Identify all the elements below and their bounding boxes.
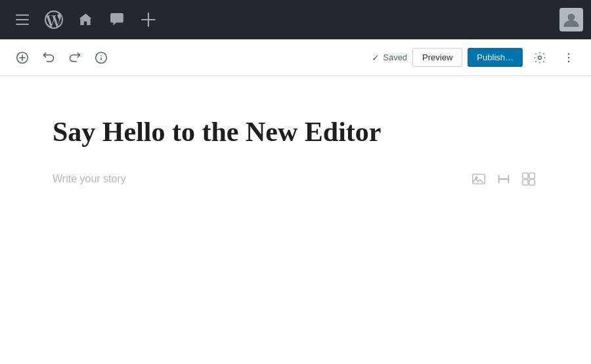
undo-button[interactable]: [37, 46, 60, 70]
undo-icon: [42, 51, 55, 64]
info-icon: [95, 51, 108, 64]
hamburger-icon: [16, 14, 29, 25]
toolbar-left: [11, 46, 113, 70]
info-button[interactable]: [89, 46, 113, 70]
editor-block: Write your story: [53, 169, 538, 189]
publish-button[interactable]: Publish…: [468, 48, 523, 67]
svg-rect-10: [529, 173, 535, 178]
svg-point-3: [538, 56, 542, 59]
add-block-icon: [16, 51, 29, 64]
editor-placeholder[interactable]: Write your story: [53, 173, 469, 185]
preview-button[interactable]: Preview: [412, 48, 462, 67]
block-toolbar: [469, 169, 538, 189]
saved-indicator: ✓ Saved: [372, 52, 407, 63]
avatar[interactable]: [559, 8, 583, 31]
more-icon: [562, 51, 575, 64]
svg-point-5: [568, 56, 570, 58]
gallery-block-button[interactable]: [519, 169, 538, 189]
svg-point-8: [475, 177, 477, 179]
top-nav-right: [559, 8, 583, 31]
menu-button[interactable]: [8, 5, 37, 34]
more-options-button[interactable]: [557, 46, 580, 70]
add-icon: [141, 12, 156, 27]
comment-icon: [110, 12, 124, 27]
post-title[interactable]: Say Hello to the New Editor: [53, 115, 538, 148]
gallery-block-icon: [521, 172, 536, 186]
svg-rect-11: [523, 180, 528, 185]
editor-toolbar: ✓ Saved Preview Publish…: [0, 39, 591, 76]
home-icon: [78, 12, 93, 27]
settings-button[interactable]: [528, 46, 552, 70]
settings-icon: [533, 51, 546, 64]
svg-point-4: [568, 52, 570, 54]
top-nav-left: [8, 5, 163, 34]
saved-text: Saved: [383, 52, 407, 62]
svg-rect-9: [523, 173, 528, 178]
redo-button[interactable]: [63, 46, 87, 70]
top-nav: [0, 0, 591, 39]
svg-point-6: [568, 60, 570, 62]
wordpress-icon: [45, 10, 63, 29]
heading-block-button[interactable]: [494, 169, 514, 189]
editor-area: Say Hello to the New Editor Write your s…: [0, 76, 591, 364]
svg-rect-12: [529, 180, 535, 185]
avatar-icon: [562, 10, 580, 29]
home-button[interactable]: [71, 5, 100, 34]
redo-icon: [68, 51, 81, 64]
checkmark-icon: ✓: [372, 52, 380, 63]
wordpress-logo-button[interactable]: [39, 5, 68, 34]
add-block-button[interactable]: [11, 46, 34, 70]
toolbar-right: ✓ Saved Preview Publish…: [372, 46, 580, 70]
image-block-button[interactable]: [469, 169, 489, 189]
add-new-button[interactable]: [134, 5, 163, 34]
comment-button[interactable]: [102, 5, 131, 34]
image-block-icon: [471, 172, 486, 186]
svg-point-0: [568, 14, 575, 21]
heading-block-icon: [496, 172, 511, 186]
